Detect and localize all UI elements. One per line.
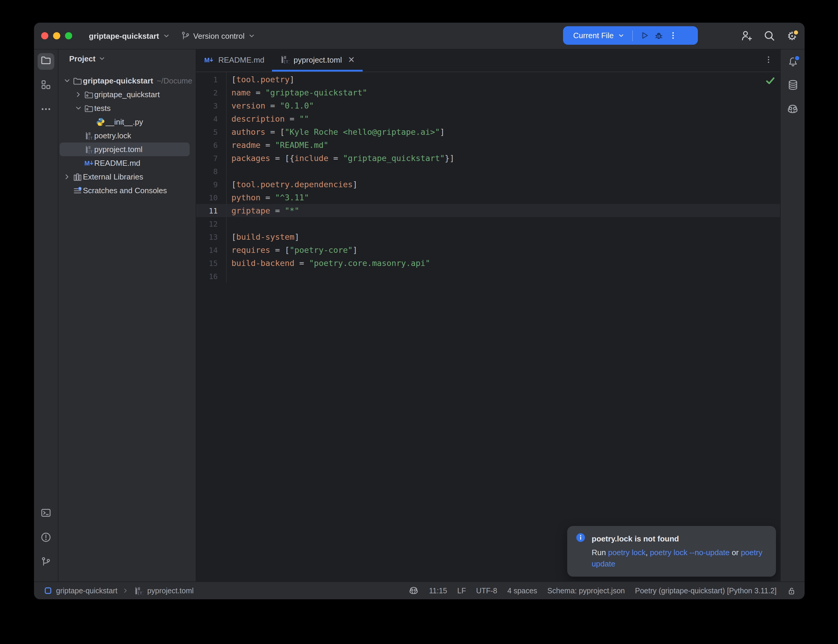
toml-icon: [T] bbox=[84, 131, 94, 140]
structure-tool-button[interactable] bbox=[38, 77, 54, 94]
status-item-poetry-griptape-quickstart-python-3-11-2[interactable]: Poetry (griptape-quickstart) [Python 3.1… bbox=[635, 586, 777, 595]
tab-options-kebab-icon[interactable] bbox=[764, 55, 773, 66]
copilot-status-icon[interactable] bbox=[409, 586, 419, 596]
line-content: build-backend = "poetry.core.masonry.api… bbox=[218, 258, 431, 268]
search-icon[interactable] bbox=[762, 28, 777, 44]
chevron-down-icon[interactable] bbox=[62, 76, 72, 85]
tree-item-path: ~/Docume bbox=[157, 76, 192, 85]
code-line-10[interactable]: 10python = "^3.11" bbox=[196, 191, 780, 204]
close-window-button[interactable] bbox=[41, 32, 48, 39]
zoom-window-button[interactable] bbox=[65, 32, 72, 39]
line-number: 10 bbox=[196, 193, 218, 202]
lock-open-icon[interactable] bbox=[787, 586, 796, 595]
database-tool-button[interactable] bbox=[784, 77, 801, 94]
line-number: 1 bbox=[196, 75, 218, 84]
debug-button[interactable] bbox=[652, 28, 666, 43]
minimize-window-button[interactable] bbox=[53, 32, 60, 39]
tab-pyproject-toml[interactable]: [T]pyproject.toml✕ bbox=[272, 49, 363, 72]
add-user-icon[interactable] bbox=[739, 28, 754, 44]
vcs-widget-label: Version control bbox=[193, 31, 245, 40]
status-item-schema-pyproject-json[interactable]: Schema: pyproject.json bbox=[547, 586, 625, 595]
code-line-2[interactable]: 2name = "griptape-quickstart" bbox=[196, 86, 780, 99]
tree-item-tests[interactable]: tests bbox=[58, 101, 196, 115]
breadcrumb-project[interactable]: griptape-quickstart bbox=[56, 586, 118, 595]
notification-title: poetry.lock is not found bbox=[592, 534, 679, 543]
code-line-15[interactable]: 15build-backend = "poetry.core.masonry.a… bbox=[196, 256, 780, 269]
run-button[interactable] bbox=[638, 28, 652, 43]
vcs-widget[interactable]: Version control bbox=[181, 31, 256, 41]
code-line-5[interactable]: 5authors = ["Kyle Roche <hello@griptape.… bbox=[196, 125, 780, 138]
folder-source-icon bbox=[84, 90, 94, 99]
project-tool-button[interactable] bbox=[38, 53, 54, 70]
line-content: [tool.poetry] bbox=[218, 74, 294, 84]
left-tool-strip bbox=[34, 49, 58, 582]
project-panel-header[interactable]: Project bbox=[58, 49, 196, 67]
more-tool-windows-button[interactable] bbox=[38, 102, 54, 119]
chevron-down-icon[interactable] bbox=[617, 31, 625, 39]
code-line-16[interactable]: 16 bbox=[196, 269, 780, 283]
problems-icon bbox=[41, 532, 51, 545]
code-line-12[interactable]: 12 bbox=[196, 217, 780, 230]
python-icon bbox=[95, 117, 105, 127]
tab-readme-md[interactable]: MREADME.md bbox=[196, 49, 272, 72]
status-item-11-15[interactable]: 11:15 bbox=[429, 586, 447, 595]
settings-gear-icon[interactable]: ⚙ bbox=[784, 28, 800, 44]
tree-item-readme-md[interactable]: MREADME.md bbox=[58, 156, 196, 170]
tree-item-external-libraries[interactable]: External Libraries bbox=[58, 170, 196, 184]
status-item-utf-8[interactable]: UTF-8 bbox=[476, 586, 497, 595]
version-control-tool-button[interactable] bbox=[38, 555, 54, 571]
line-content: version = "0.1.0" bbox=[218, 101, 314, 110]
notification-link-poetry-lock[interactable]: poetry lock bbox=[608, 548, 646, 557]
close-tab-icon[interactable]: ✕ bbox=[348, 56, 355, 64]
code-line-4[interactable]: 4description = "" bbox=[196, 112, 780, 125]
notifications-tool-button[interactable] bbox=[784, 53, 801, 70]
copilot-tool-button[interactable] bbox=[784, 102, 801, 119]
more-actions-button[interactable] bbox=[666, 28, 680, 43]
titlebar-actions: ⚙ bbox=[739, 23, 800, 49]
code-line-13[interactable]: 13[build-system] bbox=[196, 230, 780, 243]
code-line-6[interactable]: 6readme = "README.md" bbox=[196, 138, 780, 151]
code-line-11[interactable]: 11griptape = "*" bbox=[196, 204, 780, 217]
line-number: 2 bbox=[196, 88, 218, 97]
breadcrumb-file[interactable]: pyproject.toml bbox=[147, 586, 194, 595]
code-line-14[interactable]: 14requires = ["poetry-core"] bbox=[196, 243, 780, 256]
problems-tool-button[interactable] bbox=[38, 530, 54, 547]
code-line-9[interactable]: 9[tool.poetry.dependencies] bbox=[196, 178, 780, 191]
code-line-8[interactable]: 8 bbox=[196, 164, 780, 178]
tree-item-label: tests bbox=[94, 104, 111, 113]
notification-balloon: poetry.lock is not found Run poetry lock… bbox=[567, 526, 776, 577]
chevron-down-icon bbox=[98, 54, 106, 62]
code-line-1[interactable]: 1[tool.poetry] bbox=[196, 73, 780, 86]
notification-link-poetry-lock-no-update[interactable]: poetry lock --no-update bbox=[650, 548, 730, 557]
tree-item-scratches-and-consoles[interactable]: Scratches and Consoles bbox=[58, 184, 196, 197]
database-icon bbox=[787, 79, 799, 93]
status-item-4-spaces[interactable]: 4 spaces bbox=[507, 586, 537, 595]
status-item-lf[interactable]: LF bbox=[457, 586, 466, 595]
run-config-selector[interactable]: Current File bbox=[573, 31, 614, 40]
markdown-icon: M bbox=[84, 159, 94, 168]
main-area: Project griptape-quickstart~/Documegript… bbox=[34, 49, 805, 582]
tree-item-poetry-lock[interactable]: [T]poetry.lock bbox=[58, 129, 196, 143]
code-line-3[interactable]: 3version = "0.1.0" bbox=[196, 99, 780, 112]
tree-item-pyproject-toml[interactable]: [T]pyproject.toml bbox=[58, 143, 196, 156]
tree-item-label: griptape_quickstart bbox=[94, 90, 160, 99]
chevron-right-icon[interactable] bbox=[62, 172, 72, 181]
chevron-down-icon[interactable] bbox=[73, 104, 84, 113]
code-viewport: 1[tool.poetry]2name = "griptape-quicksta… bbox=[196, 72, 780, 283]
svg-text:[T]: [T] bbox=[284, 60, 289, 64]
inspections-ok-check-icon[interactable] bbox=[765, 76, 776, 88]
code-line-7[interactable]: 7packages = [{include = "griptape_quicks… bbox=[196, 151, 780, 164]
tree-item-init-py[interactable]: __init__.py bbox=[58, 115, 196, 129]
project-switcher[interactable]: griptape-quickstart bbox=[89, 31, 171, 40]
project-panel: Project griptape-quickstart~/Documegript… bbox=[58, 49, 196, 582]
tree-item-griptape-quickstart[interactable]: griptape_quickstart bbox=[58, 88, 196, 101]
desktop: griptape-quickstart Version control Curr… bbox=[0, 0, 838, 644]
tree-item-griptape-quickstart[interactable]: griptape-quickstart~/Docume bbox=[58, 74, 196, 88]
titlebar: griptape-quickstart Version control Curr… bbox=[34, 23, 805, 49]
terminal-tool-button[interactable] bbox=[38, 506, 54, 522]
tree-item-label: README.md bbox=[94, 159, 140, 168]
line-content: description = "" bbox=[218, 114, 309, 123]
chevron-right-icon[interactable] bbox=[73, 90, 84, 99]
chevron-down-icon bbox=[248, 31, 256, 40]
info-icon bbox=[575, 532, 586, 545]
